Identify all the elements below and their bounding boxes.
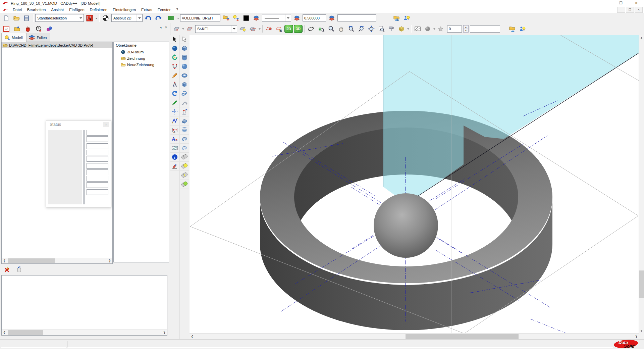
tool-loop-button[interactable] bbox=[180, 89, 189, 98]
tool-pencil-green-button[interactable] bbox=[170, 98, 179, 107]
object-item-zeichnung[interactable]: Zeichnung bbox=[120, 56, 169, 61]
object-item-neuezeichnung[interactable]: NeueZeichnung bbox=[120, 62, 169, 67]
previous-view-button[interactable] bbox=[346, 24, 356, 34]
tool-arrow-circle-button[interactable] bbox=[170, 89, 179, 98]
workplane-align-button[interactable] bbox=[184, 24, 195, 34]
tool-bool-union-button[interactable] bbox=[180, 153, 189, 162]
panel-undock-button[interactable]: ◂ bbox=[159, 26, 163, 30]
undo-button[interactable] bbox=[143, 13, 153, 22]
menu-item-einfgen[interactable]: Einfügen bbox=[66, 7, 87, 12]
status-field-7[interactable] bbox=[87, 169, 108, 175]
scroll-right-icon[interactable]: ❯ bbox=[634, 334, 639, 339]
menu-item-ansicht[interactable]: Ansicht bbox=[48, 7, 66, 12]
panel-stop-button[interactable] bbox=[23, 24, 33, 34]
menu-item-fenster[interactable]: Fenster bbox=[155, 7, 173, 12]
status-field-5[interactable] bbox=[87, 156, 108, 162]
coordinate-origin-button[interactable] bbox=[101, 13, 111, 22]
menu-item-einstellungen[interactable]: Einstellungen bbox=[110, 7, 139, 12]
menu-item-?[interactable]: ? bbox=[173, 7, 181, 12]
mdi-close-button[interactable]: ✕ bbox=[635, 7, 643, 13]
apply-linetype-layer-button[interactable] bbox=[292, 13, 302, 22]
tool-clamp-button[interactable] bbox=[170, 62, 179, 71]
line-style-name-field[interactable] bbox=[180, 14, 220, 21]
zoom-fit-button[interactable] bbox=[366, 24, 376, 34]
tool-bool-common-button[interactable] bbox=[180, 180, 189, 189]
tool-compass-button[interactable] bbox=[170, 80, 179, 89]
tool-bool-subtract-button[interactable] bbox=[180, 162, 189, 171]
vscroll-thumb[interactable] bbox=[639, 270, 644, 298]
tree-hscrollbar[interactable]: ❮ ❯ bbox=[2, 258, 112, 263]
status-field-2[interactable] bbox=[87, 136, 108, 142]
line-width-field[interactable] bbox=[303, 14, 326, 21]
close-button[interactable]: ✕ bbox=[629, 0, 644, 6]
grid-snap-button[interactable] bbox=[166, 13, 176, 22]
color-swatch-button[interactable] bbox=[241, 13, 251, 22]
status-field-3[interactable] bbox=[87, 143, 108, 149]
panel-clear-button[interactable] bbox=[1, 24, 11, 34]
workplane-button-dropdown[interactable] bbox=[181, 25, 184, 33]
tool-eraser-button[interactable] bbox=[170, 162, 179, 171]
render-mode-button-dropdown[interactable] bbox=[407, 25, 410, 33]
tree-item-document[interactable]: D:\AVCHD_Filme\Lernvideos\BeckerCAD 3D P… bbox=[2, 42, 112, 48]
group-open-button[interactable] bbox=[392, 13, 402, 22]
redo-button[interactable] bbox=[153, 13, 163, 22]
open-file-button[interactable] bbox=[11, 13, 21, 22]
tool-arrow-white-button[interactable] bbox=[180, 35, 189, 44]
shading-button-dropdown[interactable] bbox=[433, 25, 436, 33]
view-2d-button[interactable]: 2D bbox=[284, 25, 293, 33]
tool-sphere3d-button[interactable] bbox=[180, 62, 189, 71]
redraw-button[interactable] bbox=[386, 24, 396, 34]
detail-level-spinner[interactable]: ▲▼ bbox=[446, 25, 469, 33]
zoom-object-button[interactable] bbox=[316, 24, 326, 34]
status-window[interactable]: Status ✕ bbox=[46, 120, 111, 207]
status-field-9[interactable] bbox=[87, 182, 108, 188]
workplane-edit-button[interactable]: E bbox=[274, 24, 284, 34]
panel-render-button[interactable] bbox=[44, 24, 54, 34]
scroll-left-icon[interactable]: ❮ bbox=[2, 330, 7, 335]
tool-pencil-orange-button[interactable] bbox=[170, 71, 179, 80]
tool-torus-button[interactable] bbox=[180, 71, 189, 80]
restore-messages-button[interactable] bbox=[14, 265, 24, 274]
workplane-delete-button[interactable] bbox=[264, 24, 274, 34]
tool-select-arrow-button[interactable] bbox=[170, 35, 179, 44]
tool-cylinder-button[interactable] bbox=[180, 53, 189, 62]
menu-item-bearbeiten[interactable]: Bearbeiten bbox=[24, 7, 49, 12]
tool-slab-button[interactable] bbox=[180, 135, 189, 144]
coordinate-mode-combo[interactable]: Absolut 2D bbox=[111, 14, 143, 22]
tool-info-button[interactable]: i bbox=[170, 153, 179, 162]
render-mode-button[interactable] bbox=[396, 24, 407, 34]
status-field-1[interactable] bbox=[87, 130, 108, 136]
tool-polyline-button[interactable] bbox=[170, 116, 179, 126]
tool-sphere-blue-button[interactable] bbox=[170, 44, 179, 53]
rotate-view-button[interactable] bbox=[306, 24, 316, 34]
panel-history-button[interactable] bbox=[34, 24, 44, 34]
detail-level-spinner-value[interactable] bbox=[447, 26, 462, 33]
group-visibility-button[interactable] bbox=[402, 13, 412, 22]
apply-linewidth-layer-button[interactable] bbox=[327, 13, 337, 22]
tool-bool-intersect-button[interactable] bbox=[180, 171, 189, 180]
hscroll-thumb[interactable] bbox=[406, 334, 519, 339]
chevron-down-icon[interactable] bbox=[137, 14, 142, 21]
save-button[interactable] bbox=[21, 13, 32, 22]
tool-spring-button[interactable] bbox=[180, 126, 189, 135]
chevron-down-icon[interactable] bbox=[78, 14, 84, 21]
line-type-combo[interactable] bbox=[262, 14, 291, 22]
tool-cube-button[interactable] bbox=[180, 44, 189, 53]
detail-level-spinner-buttons[interactable]: ▲▼ bbox=[463, 25, 469, 33]
selection-mode-combo[interactable]: Standardselektion bbox=[35, 14, 84, 22]
panel-close-button[interactable]: ✕ bbox=[164, 26, 168, 30]
layer-open-button[interactable] bbox=[221, 13, 231, 22]
tool-text-edit-button[interactable]: A bbox=[170, 135, 179, 144]
tool-dimension-button[interactable]: A bbox=[170, 126, 179, 135]
selection-filter-button[interactable] bbox=[85, 13, 95, 22]
scroll-up-icon[interactable]: ▲ bbox=[639, 35, 644, 40]
chevron-down-icon[interactable] bbox=[285, 14, 291, 21]
menu-item-datei[interactable]: Datei bbox=[10, 7, 24, 12]
view-3d-button[interactable]: 3D bbox=[294, 25, 303, 33]
minimize-button[interactable]: — bbox=[598, 0, 613, 6]
selection-filter-button-dropdown[interactable] bbox=[95, 14, 98, 22]
status-field-10[interactable] bbox=[87, 189, 108, 195]
attribute-field[interactable] bbox=[337, 14, 376, 21]
status-window-titlebar[interactable]: Status ✕ bbox=[46, 120, 111, 129]
viewport[interactable]: ▲ ▼ ❮ ❯ bbox=[190, 35, 644, 340]
